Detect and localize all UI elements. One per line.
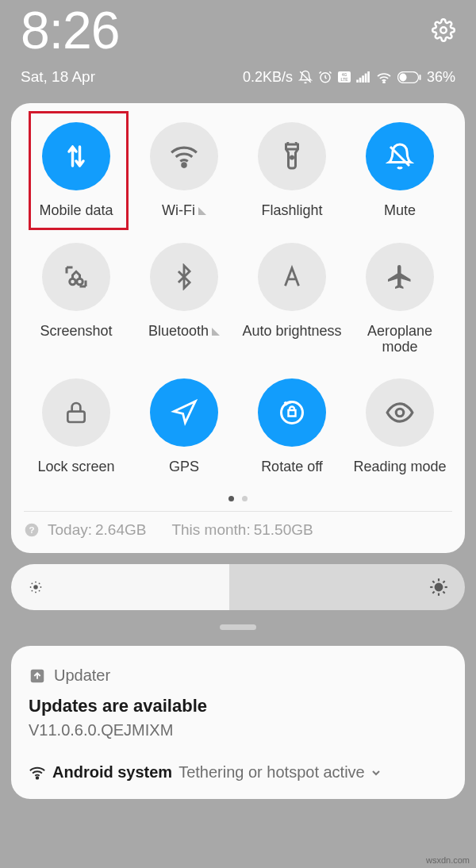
notification-card[interactable]: Updater Updates are available V11.0.6.0.… bbox=[11, 646, 465, 799]
svg-line-41 bbox=[432, 592, 434, 593]
svg-point-30 bbox=[32, 583, 33, 585]
svg-point-21 bbox=[282, 402, 303, 424]
tile-mobile-data[interactable]: Mobile data bbox=[24, 122, 129, 219]
quick-settings-panel: Mobile data Wi-Fi Flashlight Mute Screen bbox=[11, 103, 465, 553]
tile-mute[interactable]: Mute bbox=[347, 122, 452, 219]
screenshot-icon bbox=[42, 243, 110, 311]
svg-point-27 bbox=[35, 592, 36, 593]
tile-label: Auto brightness bbox=[242, 324, 341, 340]
svg-rect-14 bbox=[419, 75, 420, 80]
svg-line-42 bbox=[443, 581, 444, 582]
tile-label: Screenshot bbox=[40, 324, 112, 340]
page-indicator bbox=[24, 496, 452, 501]
month-label: This month: bbox=[171, 521, 250, 539]
chevron-icon bbox=[212, 328, 220, 336]
tile-label: Aeroplane mode bbox=[347, 324, 452, 355]
svg-rect-9 bbox=[365, 74, 367, 83]
svg-point-32 bbox=[32, 590, 33, 592]
tile-wifi[interactable]: Wi-Fi bbox=[132, 122, 236, 219]
divider bbox=[24, 511, 452, 512]
date-label: Sat, 18 Apr bbox=[21, 68, 95, 86]
tile-reading-mode[interactable]: Reading mode bbox=[347, 378, 452, 475]
mobile-data-icon bbox=[42, 122, 110, 190]
mute-icon bbox=[366, 122, 434, 190]
tile-label: Mute bbox=[384, 203, 416, 219]
brightness-high-icon bbox=[428, 577, 449, 597]
notification-title: Updates are available bbox=[29, 696, 447, 716]
gear-icon[interactable] bbox=[432, 18, 455, 42]
tile-gps[interactable]: GPS bbox=[132, 378, 236, 475]
bluetooth-icon bbox=[150, 243, 218, 311]
svg-rect-8 bbox=[362, 75, 364, 83]
today-value: 2.64GB bbox=[95, 521, 146, 539]
svg-point-26 bbox=[35, 582, 36, 583]
status-header: 8:26 Sat, 18 Apr 0.2KB/s 4GLTE 36% bbox=[0, 0, 476, 92]
dot-inactive bbox=[242, 496, 248, 501]
volte-icon: 4GLTE bbox=[338, 71, 351, 83]
svg-rect-6 bbox=[356, 80, 359, 83]
tile-aeroplane-mode[interactable]: Aeroplane mode bbox=[347, 243, 452, 355]
svg-point-16 bbox=[291, 156, 294, 159]
flashlight-icon bbox=[258, 122, 326, 190]
quick-settings-grid: Mobile data Wi-Fi Flashlight Mute Screen bbox=[24, 122, 452, 475]
svg-line-39 bbox=[432, 581, 434, 582]
tile-flashlight[interactable]: Flashlight bbox=[240, 122, 344, 219]
notification-sub-row[interactable]: Android system Tethering or hotspot acti… bbox=[29, 763, 447, 782]
status-bar: 0.2KB/s 4GLTE 36% bbox=[243, 69, 455, 86]
brightness-slider[interactable] bbox=[11, 564, 465, 610]
battery-percent: 36% bbox=[427, 69, 455, 86]
gps-icon bbox=[150, 378, 218, 447]
info-icon: ? bbox=[24, 522, 40, 538]
svg-point-25 bbox=[33, 585, 38, 590]
tile-label: Mobile data bbox=[39, 203, 113, 219]
data-speed: 0.2KB/s bbox=[243, 69, 293, 86]
aeroplane-icon bbox=[366, 243, 434, 311]
dnd-icon bbox=[298, 70, 313, 84]
svg-rect-13 bbox=[399, 73, 406, 81]
auto-brightness-icon bbox=[258, 243, 326, 311]
chevron-icon bbox=[198, 207, 206, 215]
notification-app-row: Updater bbox=[29, 666, 447, 685]
svg-rect-7 bbox=[359, 78, 362, 83]
svg-point-28 bbox=[30, 586, 32, 588]
eye-icon bbox=[366, 378, 434, 447]
svg-point-34 bbox=[436, 584, 443, 591]
tile-label: Flashlight bbox=[261, 203, 322, 219]
wifi-icon bbox=[376, 71, 392, 83]
chevron-down-icon bbox=[371, 768, 381, 778]
svg-text:?: ? bbox=[29, 524, 34, 535]
data-usage-row[interactable]: ? Today: 2.64GB This month: 51.50GB bbox=[24, 521, 452, 539]
svg-point-31 bbox=[39, 583, 40, 585]
svg-text:LTE: LTE bbox=[340, 77, 348, 82]
tile-label: Reading mode bbox=[353, 459, 446, 475]
lock-icon bbox=[42, 378, 110, 447]
notification-sub-app: Android system bbox=[52, 763, 172, 782]
rotate-icon bbox=[258, 378, 326, 447]
svg-rect-20 bbox=[67, 412, 84, 422]
svg-point-33 bbox=[39, 590, 40, 592]
tile-label: GPS bbox=[169, 459, 199, 475]
panel-grabber[interactable] bbox=[220, 624, 256, 630]
svg-point-0 bbox=[440, 27, 447, 33]
today-label: Today: bbox=[48, 521, 92, 539]
svg-point-15 bbox=[182, 163, 186, 167]
svg-point-29 bbox=[40, 586, 42, 588]
alarm-icon bbox=[318, 70, 332, 84]
clock-time: 8:26 bbox=[21, 0, 119, 60]
svg-point-22 bbox=[396, 409, 404, 417]
month-value: 51.50GB bbox=[254, 521, 313, 539]
notification-app-name: Updater bbox=[54, 666, 110, 685]
tile-bluetooth[interactable]: Bluetooth bbox=[132, 243, 236, 355]
svg-point-44 bbox=[36, 777, 39, 779]
svg-rect-10 bbox=[367, 71, 370, 83]
tile-label: Lock screen bbox=[37, 459, 114, 475]
svg-point-11 bbox=[383, 82, 385, 83]
tile-auto-brightness[interactable]: Auto brightness bbox=[240, 243, 344, 355]
tile-lock-screen[interactable]: Lock screen bbox=[24, 378, 129, 475]
signal-icon bbox=[356, 71, 370, 83]
tile-label: Rotate off bbox=[261, 459, 323, 475]
tile-screenshot[interactable]: Screenshot bbox=[24, 243, 129, 355]
tile-rotate-off[interactable]: Rotate off bbox=[240, 378, 344, 475]
hotspot-icon bbox=[29, 765, 46, 781]
battery-icon bbox=[397, 71, 421, 83]
